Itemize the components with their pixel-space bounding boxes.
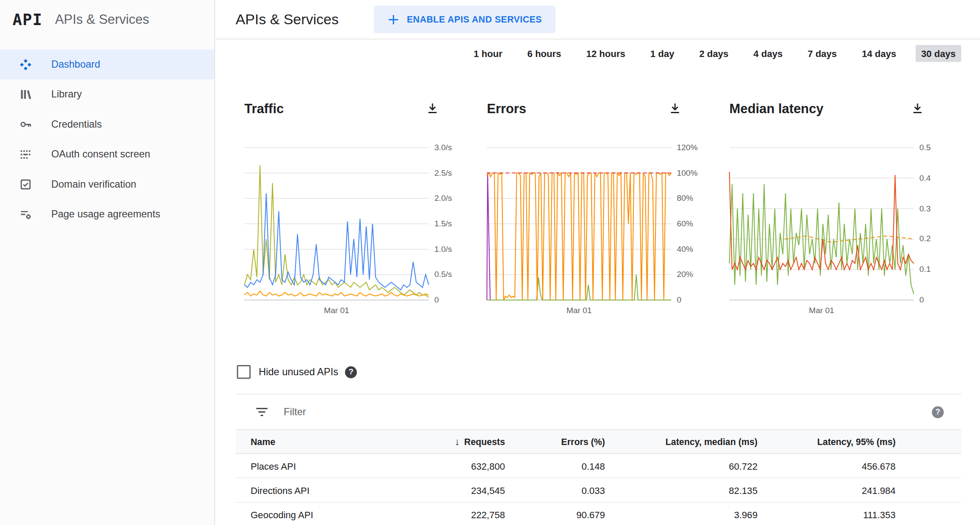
sidebar-nav: Dashboard Library Credentials OAuth cons… [0,49,214,229]
sidebar-item-label: Domain verification [51,179,136,190]
sidebar-item-credentials[interactable]: Credentials [0,109,214,140]
column-header-latency-median[interactable]: Latency, median (ms) [605,437,758,447]
charts-row: Traffic 3.0/s2.5/s2.0/s1.5/s1.0/s0.5/s0 … [245,100,980,315]
help-icon[interactable]: ? [345,366,357,378]
sidebar-item-label: Dashboard [51,59,100,70]
column-header-latency-95[interactable]: Latency, 95% (ms) [758,437,896,447]
traffic-plot [245,148,429,300]
page-title: APIs & Services [236,11,339,28]
column-header-name[interactable]: Name [236,437,393,447]
traffic-x-axis-label: Mar 01 [245,306,429,315]
latency-95-cell: 241.984 [758,485,896,496]
plus-icon [387,14,399,26]
median-latency-y-axis: 0.50.40.30.20.10 [914,148,944,300]
product-name: APIs & Services [55,12,149,27]
time-range-14-days[interactable]: 14 days [856,45,902,62]
time-range-6-hours[interactable]: 6 hours [522,45,567,62]
table-row: Geocoding API 222,758 90.679 3.969 111.3… [236,502,961,525]
page-header: APIs & Services ENABLE APIS AND SERVICES [216,0,980,40]
api-name-link[interactable]: Places API [236,460,393,471]
sidebar-header: API APIs & Services [0,0,214,39]
time-range-selector: 1 hour 6 hours 12 hours 1 day 2 days 4 d… [216,45,961,62]
time-range-4-days[interactable]: 4 days [748,45,788,62]
errors-cell: 0.033 [505,485,605,496]
latency-95-cell: 456.678 [758,460,896,471]
errors-plot [487,148,671,300]
traffic-chart: Traffic 3.0/s2.5/s2.0/s1.5/s1.0/s0.5/s0 … [245,100,459,315]
table-row: Places API 632,800 0.148 60.722 456.678 [236,454,961,478]
sidebar-item-label: OAuth consent screen [51,149,150,160]
download-icon[interactable] [910,100,925,117]
sidebar: API APIs & Services Dashboard Library [0,0,215,525]
latency-95-cell: 111.353 [758,509,896,520]
time-range-1-hour[interactable]: 1 hour [468,45,508,62]
median-latency-plot [729,148,914,300]
oauth-consent-icon [19,148,32,161]
sidebar-item-label: Page usage agreements [51,209,160,220]
median-latency-chart-title: Median latency [729,101,823,116]
time-range-12-hours[interactable]: 12 hours [581,45,631,62]
errors-cell: 0.148 [505,460,605,471]
sidebar-item-oauth-consent-screen[interactable]: OAuth consent screen [0,140,214,170]
errors-chart-title: Errors [487,101,527,116]
library-icon [19,88,32,101]
requests-cell: 222,758 [393,509,505,520]
filter-icon [255,405,269,419]
hide-unused-apis-row: Hide unused APIs ? [237,365,980,379]
errors-cell: 90.679 [505,509,605,520]
latency-median-cell: 60.722 [605,460,758,471]
time-range-2-days[interactable]: 2 days [694,45,734,62]
time-range-1-day[interactable]: 1 day [645,45,680,62]
sidebar-item-library[interactable]: Library [0,80,214,110]
traffic-y-axis: 3.0/s2.5/s2.0/s1.5/s1.0/s0.5/s0 [429,148,459,300]
download-icon[interactable] [425,100,440,117]
table-row: Directions API 234,545 0.033 82.135 241.… [236,478,961,502]
api-name-link[interactable]: Geocoding API [236,509,393,520]
api-name-link[interactable]: Directions API [236,485,393,496]
table-header: Name ↓Requests Errors (%) Latency, media… [236,429,961,454]
errors-chart: Errors 120%100%80%60%40%20%0 Mar 01 [487,100,701,315]
column-header-requests[interactable]: ↓Requests [393,436,505,447]
time-range-30-days[interactable]: 30 days [916,45,961,62]
help-icon[interactable]: ? [932,406,944,418]
latency-median-cell: 82.135 [605,485,758,496]
dashboard-icon [19,57,32,71]
enable-apis-button-label: ENABLE APIS AND SERVICES [407,14,542,25]
main-content: APIs & Services ENABLE APIS AND SERVICES… [216,0,980,525]
hide-unused-apis-label: Hide unused APIs [259,366,338,377]
median-latency-x-axis-label: Mar 01 [729,306,914,315]
column-header-errors[interactable]: Errors (%) [505,437,605,447]
filter-row: ? [236,394,961,429]
api-logo: API [12,10,43,29]
filter-input[interactable] [282,406,932,418]
sidebar-item-label: Library [51,89,82,100]
sidebar-item-label: Credentials [51,119,102,130]
sidebar-item-domain-verification[interactable]: Domain verification [0,169,214,200]
time-range-7-days[interactable]: 7 days [802,45,843,62]
sort-desc-icon: ↓ [455,436,460,447]
sidebar-item-page-usage-agreements[interactable]: Page usage agreements [0,200,214,230]
enable-apis-button[interactable]: ENABLE APIS AND SERVICES [374,6,556,33]
apis-table-panel: ? Name ↓Requests Errors (%) Latency, med… [236,394,961,525]
median-latency-chart: Median latency 0.50.40.30.20.10 Mar 01 [729,100,944,315]
latency-median-cell: 3.969 [605,509,758,520]
requests-cell: 632,800 [393,460,505,471]
page-usage-agreements-icon [19,208,32,221]
key-icon [19,117,32,131]
traffic-chart-title: Traffic [245,101,284,116]
hide-unused-apis-checkbox[interactable] [237,365,251,379]
app-window: API APIs & Services Dashboard Library [0,0,980,525]
errors-x-axis-label: Mar 01 [487,306,671,315]
requests-cell: 234,545 [393,485,505,496]
download-icon[interactable] [667,100,682,117]
sidebar-item-dashboard[interactable]: Dashboard [0,49,214,80]
domain-verification-icon [19,177,32,191]
errors-y-axis: 120%100%80%60%40%20%0 [671,148,701,300]
